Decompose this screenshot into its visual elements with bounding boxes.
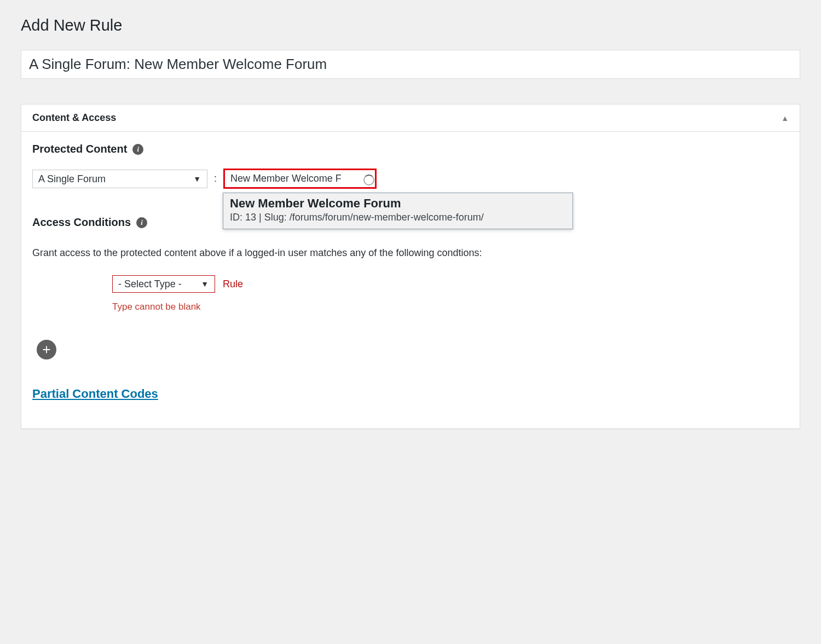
autocomplete-dropdown: New Member Welcome Forum ID: 13 | Slug: … [223,193,573,229]
plus-icon [41,344,53,356]
type-error-message: Type cannot be blank [112,301,789,312]
autocomplete-item-title: New Member Welcome Forum [230,196,566,211]
page-title: Add New Rule [21,16,800,34]
partial-content-codes-link[interactable]: Partial Content Codes [32,387,158,401]
rule-label: Rule [223,279,243,290]
access-conditions-label: Access Conditions i [32,216,147,229]
rule-title-input[interactable] [21,50,800,79]
autocomplete-item[interactable]: New Member Welcome Forum ID: 13 | Slug: … [223,193,573,229]
protected-item-search-input[interactable] [223,169,377,189]
info-icon[interactable]: i [132,144,143,155]
protected-content-type-select[interactable]: A Single Forum [32,170,207,188]
access-description: Grant access to the protected content ab… [32,247,789,259]
access-conditions-text: Access Conditions [32,216,131,229]
condition-type-select[interactable]: - Select Type - [112,275,215,293]
autocomplete-item-meta: ID: 13 | Slug: /forums/forum/new-member-… [230,212,566,223]
colon-separator: : [214,173,217,184]
content-access-panel: Content & Access ▲ Protected Content i A… [21,104,800,429]
loading-spinner-icon [363,175,372,183]
panel-heading: Content & Access [32,112,116,124]
panel-header[interactable]: Content & Access ▲ [21,105,800,132]
add-condition-button[interactable] [37,340,56,359]
collapse-icon[interactable]: ▲ [781,114,789,123]
info-icon[interactable]: i [136,217,147,228]
protected-content-text: Protected Content [32,143,127,155]
protected-content-label: Protected Content i [32,143,143,155]
